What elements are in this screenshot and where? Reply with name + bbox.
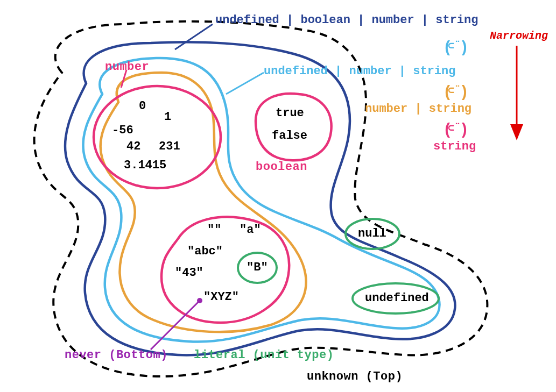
subset-3-wrap: () — [443, 122, 476, 139]
label-boolean: boolean — [256, 160, 307, 174]
str-empty: "" — [207, 223, 221, 237]
leader-navy — [175, 24, 213, 49]
type-diagram-svg — [0, 0, 556, 392]
str-B: "B" — [247, 261, 268, 274]
label-number: number — [105, 60, 149, 74]
num-1: 1 — [164, 110, 171, 124]
num-neg56: -56 — [112, 124, 133, 137]
str-a: "a" — [240, 223, 261, 237]
subset-2-wrap: () — [443, 84, 476, 102]
val-undefined: undefined — [365, 291, 429, 305]
set-number — [94, 86, 221, 188]
bool-false: false — [272, 129, 307, 142]
num-42: 42 — [126, 140, 140, 153]
legend-l1: undefined | boolean | number | string — [215, 13, 478, 27]
num-pi: 3.1415 — [124, 159, 166, 172]
bool-true: true — [276, 106, 304, 120]
label-narrowing: Narrowing — [490, 30, 548, 42]
legend-l2: undefined | number | string — [264, 65, 455, 78]
label-unknown: unknown (Top) — [307, 370, 403, 383]
legend-l4: string — [433, 140, 476, 153]
never-point — [197, 298, 202, 303]
set-union-4 — [65, 42, 455, 355]
subset-1-wrap: () — [443, 39, 476, 57]
leader-sky — [226, 73, 264, 94]
str-43: "43" — [175, 266, 203, 280]
set-boolean — [256, 94, 332, 160]
num-0: 0 — [139, 99, 146, 113]
num-231: 231 — [159, 140, 180, 153]
str-abc: "abc" — [187, 245, 223, 258]
label-never: never (Bottom) — [65, 348, 168, 362]
str-xyz: "XYZ" — [203, 290, 239, 304]
label-literal: literal (unit type) — [194, 348, 334, 362]
val-null: null — [358, 227, 386, 240]
legend-l3: number | string — [365, 102, 471, 116]
